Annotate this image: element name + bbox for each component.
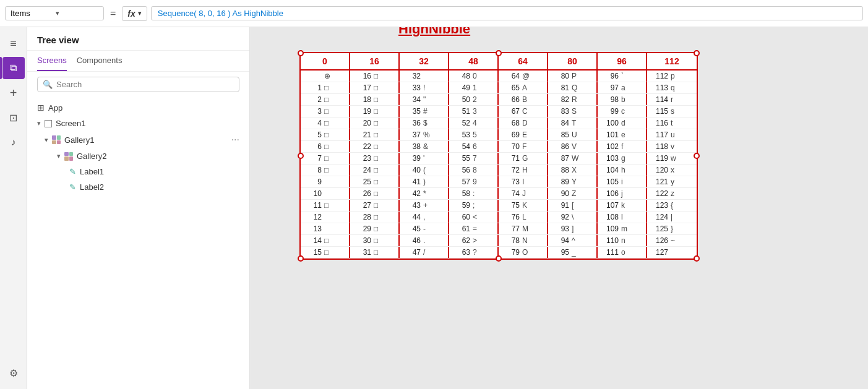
cell-char: □ xyxy=(374,107,378,116)
table-cell: 20 □ xyxy=(350,118,400,129)
expand-gallery1-icon[interactable]: ▾ xyxy=(45,136,48,144)
cell-char: □ xyxy=(324,201,329,210)
cell-char: ] xyxy=(572,224,574,233)
table-cell: 89 Y xyxy=(548,176,598,187)
media-icon[interactable]: ♪ xyxy=(2,131,25,153)
cell-char: K xyxy=(522,201,527,210)
cell-number: 80 xyxy=(552,72,569,80)
cell-number: 50 xyxy=(453,95,470,104)
table-cell: 17 □ xyxy=(350,82,400,93)
table-cell: 62 > xyxy=(449,235,499,246)
expand-gallery2-icon[interactable]: ▾ xyxy=(57,152,61,160)
cell-number: 124 xyxy=(651,213,668,221)
tree-item-label1[interactable]: ✎ Label1 xyxy=(27,164,249,179)
tab-screens[interactable]: Screens xyxy=(37,51,67,71)
handle-middle-right[interactable] xyxy=(694,153,700,159)
handle-bottom-left[interactable] xyxy=(298,255,304,262)
table-cell: 76 L xyxy=(499,212,548,223)
table-cell: 113 q xyxy=(647,82,697,93)
cell-number: 40 xyxy=(403,166,421,174)
cell-number: 27 xyxy=(354,201,371,210)
cell-number: 85 xyxy=(552,130,569,139)
items-dropdown[interactable]: Items ▾ xyxy=(5,6,104,20)
table-cell: 10 xyxy=(301,188,350,199)
cell-char: □ xyxy=(374,142,378,151)
hamburger-menu-icon[interactable]: ≡ xyxy=(2,32,25,54)
tree-item-screen1[interactable]: ▾ Screen1 xyxy=(27,116,249,131)
cell-char: , xyxy=(423,213,425,221)
table-cell: 120 x xyxy=(647,165,697,176)
table-cell: 118 v xyxy=(647,141,697,152)
tree-item-label-label1: Label1 xyxy=(80,167,104,176)
cell-number: 47 xyxy=(403,248,421,257)
table-cell: 73 I xyxy=(499,176,548,187)
handle-bottom-mid[interactable] xyxy=(496,255,502,262)
cell-char: v xyxy=(671,142,674,151)
cell-number: 93 xyxy=(552,224,569,233)
cell-number: 121 xyxy=(651,177,668,186)
add-icon[interactable]: + xyxy=(2,82,25,104)
cell-number: 122 xyxy=(651,189,668,198)
top-bar: Items ▾ = fx ▾ Sequence( 8, 0, 16 ) As H… xyxy=(0,0,868,27)
table-cell: 48 0 xyxy=(449,71,499,82)
handle-top-right[interactable] xyxy=(694,50,700,56)
handle-middle-left[interactable] xyxy=(298,153,304,159)
cell-char: S xyxy=(572,107,577,116)
tab-components[interactable]: Components xyxy=(77,51,122,71)
handle-top-mid[interactable] xyxy=(496,50,502,56)
table-cell: 39 ' xyxy=(400,153,449,164)
cell-char: □ xyxy=(374,189,378,198)
cell-number: 67 xyxy=(502,107,520,116)
tree-item-gallery2[interactable]: ▾ Gallery2 xyxy=(27,148,249,164)
table-cell: 101 e xyxy=(598,129,647,140)
cell-char: ~ xyxy=(671,236,675,245)
data-icon[interactable]: ⊡ xyxy=(2,106,25,129)
cell-number: 36 xyxy=(403,119,421,127)
table-cell: 121 y xyxy=(647,176,697,187)
table-cell: 18 □ xyxy=(350,94,400,105)
table-cell: 67 C xyxy=(499,106,548,117)
layers-icon[interactable]: ⧉ xyxy=(2,57,25,79)
cell-char: < xyxy=(473,213,477,221)
table-cell: 9 xyxy=(301,176,350,187)
cell-char: ; xyxy=(473,201,475,210)
table-cell: 16 □ xyxy=(350,71,400,82)
table-cell: 52 4 xyxy=(449,118,499,129)
search-input[interactable] xyxy=(56,80,234,89)
cell-char: F xyxy=(522,142,526,151)
tree-item-app[interactable]: ⊞ App xyxy=(27,100,249,116)
table-cell: 14 □ xyxy=(301,235,350,246)
cell-char: V xyxy=(572,142,577,151)
handle-top-left[interactable] xyxy=(298,50,304,56)
cell-number: 55 xyxy=(453,154,470,163)
table-cell: 104 h xyxy=(598,165,647,176)
cell-number: 2 xyxy=(304,95,322,104)
settings-icon[interactable]: ⚙ xyxy=(2,362,25,384)
formula-text: Sequence( 8, 0, 16 ) As HighNibble xyxy=(158,9,283,18)
cell-number: 60 xyxy=(453,213,470,221)
cell-char: 7 xyxy=(473,154,477,163)
handle-bottom-right[interactable] xyxy=(694,255,700,262)
table-row: ⊕16 □32 48 064 @80 P96 `112 p xyxy=(301,71,697,82)
cell-char: H xyxy=(522,166,528,174)
cell-number: 28 xyxy=(354,213,371,221)
table-cell: 36 $ xyxy=(400,118,449,129)
expand-screen1-icon[interactable]: ▾ xyxy=(37,119,41,127)
formula-bar[interactable]: Sequence( 8, 0, 16 ) As HighNibble xyxy=(151,6,863,20)
cell-number: 5 xyxy=(304,130,322,139)
table-cell: 53 5 xyxy=(449,129,499,140)
cell-char: M xyxy=(522,224,528,233)
cell-char: Q xyxy=(572,83,577,92)
cell-number: 33 xyxy=(403,83,421,92)
tree-item-label2[interactable]: ✎ Label2 xyxy=(27,179,249,195)
cell-char: ) xyxy=(423,177,426,186)
fx-button[interactable]: fx ▾ xyxy=(122,6,147,21)
table-row: 8 □24 □40 (56 872 H88 X104 h120 x xyxy=(301,165,697,176)
cell-number: 75 xyxy=(502,201,520,210)
search-box[interactable]: 🔍 xyxy=(37,77,239,92)
tree-item-gallery1[interactable]: ▾ Gallery1 ··· xyxy=(27,131,249,148)
table-cell: 111 o xyxy=(598,247,647,258)
gallery1-more-icon[interactable]: ··· xyxy=(231,134,239,145)
table-cell: 78 N xyxy=(499,235,548,246)
cell-number: 127 xyxy=(651,248,668,257)
